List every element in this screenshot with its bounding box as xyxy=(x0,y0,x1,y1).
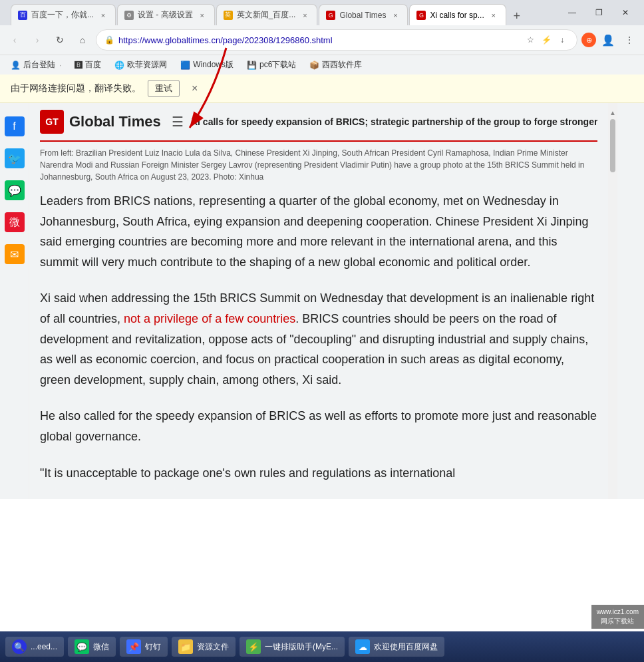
tab-close-baidu[interactable]: × xyxy=(98,10,108,21)
tab-label-news: 英文新闻_百度... xyxy=(237,9,296,21)
translation-bar: 由于网络连接问题，翻译失败。 重试 × xyxy=(0,75,644,103)
tab-favicon-xi: G xyxy=(416,11,426,20)
tab-favicon-news: 英 xyxy=(224,11,233,20)
bookmark-admin-label: 后台登陆 xyxy=(23,59,55,71)
toolbar-right: ⊕ 👤 ⋮ xyxy=(581,31,639,49)
reload-button[interactable]: ↻ xyxy=(51,31,69,49)
address-bar[interactable]: 🔒 https://www.globaltimes.cn/page/202308… xyxy=(96,29,577,51)
browser-chrome: 百 百度一下，你就... × ⚙ 设置 - 高级设置 × 英 英文新闻_百度..… xyxy=(0,0,644,499)
tab-favicon-settings: ⚙ xyxy=(124,11,134,20)
address-text: https://www.globaltimes.cn/page/202308/1… xyxy=(118,35,520,45)
gt-logo: GT Global Times xyxy=(40,110,161,134)
article-paragraph-2: Xi said when addressing the 15th BRICS S… xyxy=(40,288,597,390)
scroll-up-button[interactable]: ▲ xyxy=(609,106,616,119)
tab-label-gt: Global Times xyxy=(339,11,386,20)
social-sidebar: f 🐦 💬 微 ✉ xyxy=(0,103,29,499)
title-bar: 百 百度一下，你就... × ⚙ 设置 - 高级设置 × 英 英文新闻_百度..… xyxy=(0,0,644,25)
tab-globaltimes[interactable]: G Global Times × xyxy=(319,4,408,25)
tab-label-settings: 设置 - 高级设置 xyxy=(138,9,193,21)
bookmark-windows-icon: 🟦 xyxy=(180,61,190,70)
tab-close-settings[interactable]: × xyxy=(197,10,208,21)
bookmark-star-icon[interactable]: ☆ xyxy=(524,33,537,47)
bookmarks-bar: 👤 后台登陆 · 🅱 百度 🌐 欧菲资源网 🟦 Windows版 💾 pc6下载… xyxy=(0,55,644,75)
bookmark-admin-icon: 👤 xyxy=(11,61,21,70)
tab-settings[interactable]: ⚙ 设置 - 高级设置 × xyxy=(117,4,215,25)
minimize-button[interactable]: — xyxy=(559,2,585,23)
headline-ticker: Xi calls for speedy expansion of BRICS; … xyxy=(192,116,597,127)
tab-label-baidu: 百度一下，你就... xyxy=(31,9,94,21)
article-paragraph-4: "It is unacceptable to package one's own… xyxy=(40,463,597,484)
tab-close-xi[interactable]: × xyxy=(488,10,499,21)
article-caption: From left: Brazilian President Luiz Inac… xyxy=(40,142,597,191)
article-paragraph-3: He also called for the speedy expansion … xyxy=(40,406,597,446)
bookmark-pc6-label: pc6下载站 xyxy=(259,59,296,71)
bookmark-ouffe-label: 欧菲资源网 xyxy=(127,59,167,71)
bookmark-baidu-icon: 🅱 xyxy=(75,61,82,70)
translation-close-button[interactable]: × xyxy=(192,83,198,94)
tab-favicon-baidu: 百 xyxy=(18,11,27,20)
bookmark-admin-sep: · xyxy=(59,61,61,70)
download-page-icon[interactable]: ↓ xyxy=(556,33,569,47)
page-body: f 🐦 💬 微 ✉ GT Global Times ☰ Xi calls for… xyxy=(0,103,644,499)
scrollbar-thumb[interactable] xyxy=(610,119,615,172)
site-name: Global Times xyxy=(69,113,161,130)
new-tab-button[interactable]: + xyxy=(508,7,526,25)
profile-icon[interactable]: 👤 xyxy=(599,31,617,49)
facebook-share-button[interactable]: f xyxy=(5,116,25,136)
tabs-bar: 百 百度一下，你就... × ⚙ 设置 - 高级设置 × 英 英文新闻_百度..… xyxy=(5,0,555,25)
browser-menu-button[interactable]: ⋮ xyxy=(620,31,639,49)
bookmark-xixi[interactable]: 📦 西西软件库 xyxy=(304,58,367,72)
gt-logo-icon: GT xyxy=(40,110,64,134)
tab-favicon-gt: G xyxy=(326,11,335,20)
forward-button[interactable]: › xyxy=(28,31,47,49)
twitter-share-button[interactable]: 🐦 xyxy=(5,148,25,168)
bookmark-ouffe[interactable]: 🌐 欧菲资源网 xyxy=(109,58,172,72)
article-body: Leaders from BRICS nations, representing… xyxy=(40,191,597,483)
close-button[interactable]: ✕ xyxy=(612,2,639,23)
translate-icon[interactable]: ⚡ xyxy=(540,33,553,47)
window-controls: — ❐ ✕ xyxy=(559,2,639,23)
article-area: GT Global Times ☰ Xi calls for speedy ex… xyxy=(29,103,608,499)
ssl-lock-icon: 🔒 xyxy=(104,35,114,45)
bookmark-xixi-label: 西西软件库 xyxy=(322,59,362,71)
address-right-icons: ☆ ⚡ ↓ xyxy=(524,33,569,47)
translation-message: 由于网络连接问题，翻译失败。 xyxy=(11,83,141,94)
tab-baidu[interactable]: 百 百度一下，你就... × xyxy=(11,4,116,25)
bookmark-baidu[interactable]: 🅱 百度 xyxy=(69,58,106,72)
tab-label-xi: Xi calls for sp... xyxy=(430,11,484,20)
message-share-button[interactable]: ✉ xyxy=(5,244,25,264)
wechat-share-button[interactable]: 💬 xyxy=(5,180,25,200)
bookmark-windows-label: Windows版 xyxy=(193,59,234,71)
weibo-share-button[interactable]: 微 xyxy=(5,212,25,232)
retry-button[interactable]: 重试 xyxy=(148,80,180,97)
bookmark-admin[interactable]: 👤 后台登陆 · xyxy=(5,58,67,72)
site-header: GT Global Times ☰ Xi calls for speedy ex… xyxy=(40,103,597,142)
bookmark-baidu-label: 百度 xyxy=(85,59,101,71)
article-paragraph-1: Leaders from BRICS nations, representing… xyxy=(40,191,597,272)
bookmark-pc6[interactable]: 💾 pc6下载站 xyxy=(242,58,301,72)
back-button[interactable]: ‹ xyxy=(5,31,24,49)
bookmark-pc6-icon: 💾 xyxy=(247,61,257,70)
hamburger-menu-button[interactable]: ☰ xyxy=(172,114,184,130)
bookmark-windows[interactable]: 🟦 Windows版 xyxy=(175,58,239,72)
tab-close-news[interactable]: × xyxy=(299,10,310,21)
tab-xi[interactable]: G Xi calls for sp... × xyxy=(409,4,506,25)
bookmark-xixi-icon: 📦 xyxy=(309,61,319,70)
extensions-icon[interactable]: ⊕ xyxy=(581,33,596,47)
address-bar-row: ‹ › ↻ ⌂ 🔒 https://www.globaltimes.cn/pag… xyxy=(0,25,644,55)
restore-button[interactable]: ❐ xyxy=(585,2,612,23)
scrollbar[interactable]: ▲ xyxy=(608,103,617,499)
bookmark-ouffe-icon: 🌐 xyxy=(114,61,124,70)
article-link[interactable]: not a privilege of a few countries xyxy=(124,312,295,325)
annotation-container: 由于网络连接问题，翻译失败。 重试 × xyxy=(0,75,644,103)
tab-close-gt[interactable]: × xyxy=(390,10,401,21)
home-button[interactable]: ⌂ xyxy=(73,31,92,49)
tab-news[interactable]: 英 英文新闻_百度... × xyxy=(216,4,318,25)
